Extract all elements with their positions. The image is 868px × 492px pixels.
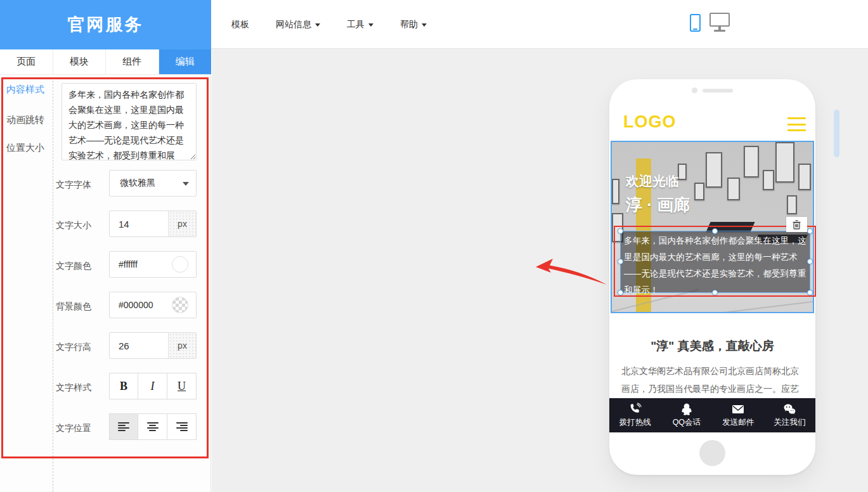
line-height-control: 26 px: [109, 332, 197, 359]
top-menu: 模板 网站信息 工具 帮助: [231, 0, 427, 49]
text-color-label: 文字颜色: [56, 261, 105, 272]
smartphone-icon[interactable]: [690, 14, 701, 32]
line-height-unit: px: [168, 333, 196, 358]
selected-text-block[interactable]: 多年来，国内各种名家创作都会聚集在这里，这里是国内最大的艺术画廊，这里的每一种艺…: [620, 231, 810, 293]
text-style-label: 文字样式: [56, 382, 105, 394]
wechat-icon: [783, 403, 796, 415]
align-right-button[interactable]: [167, 413, 197, 440]
underline-button[interactable]: U: [167, 373, 197, 399]
trash-icon: [793, 220, 801, 230]
line-height-label: 文字行高: [56, 342, 105, 353]
bottom-bar-follow[interactable]: 关注我们: [764, 398, 815, 432]
gallery-frame: [744, 146, 759, 178]
menu-tools[interactable]: 工具: [347, 19, 373, 30]
gallery-frame: [798, 164, 811, 190]
font-size-unit: px: [168, 211, 196, 236]
font-family-label: 文字字体: [56, 179, 105, 191]
font-size-label: 文字大小: [56, 220, 105, 231]
resize-handle[interactable]: [712, 290, 718, 295]
tab-components[interactable]: 组件: [106, 49, 159, 74]
resize-handle[interactable]: [618, 228, 623, 234]
text-style-group: B I U: [109, 373, 197, 399]
gallery-frame: [787, 195, 797, 214]
text-color-control: #ffffff: [109, 251, 197, 278]
resize-handle[interactable]: [807, 290, 813, 295]
align-center-button[interactable]: [138, 413, 167, 440]
font-size-control: 14 px: [109, 210, 197, 237]
app-title: 官网服务: [0, 0, 211, 49]
bg-color-swatch[interactable]: [172, 297, 188, 313]
bottom-bar-qq[interactable]: QQ会话: [661, 398, 712, 432]
tab-modules[interactable]: 模块: [53, 49, 107, 74]
device-toggle: [690, 13, 730, 32]
bottom-bar-label: QQ会话: [673, 417, 701, 428]
line-height-input[interactable]: 26: [110, 340, 168, 351]
bottom-bar-call[interactable]: 拨打热线: [609, 398, 661, 432]
text-color-input[interactable]: #ffffff: [119, 259, 172, 269]
gallery-frame: [706, 152, 722, 188]
top-toolbar: 模板 网站信息 工具 帮助: [211, 0, 868, 49]
phone-icon: [629, 403, 642, 415]
gallery-frame: [775, 142, 794, 183]
edit-panel: 内容样式 动画跳转 位置大小 多年来，国内各种名家创作都会聚集在这里，这里是国内…: [0, 75, 211, 492]
section-heading: "淳" 真美感，直敲心房: [609, 338, 815, 354]
chevron-down-icon: [183, 182, 189, 186]
menu-help[interactable]: 帮助: [400, 19, 427, 30]
panel-divider: [53, 77, 53, 492]
preview-scrollbar-thumb[interactable]: [834, 110, 839, 157]
floor-seam: [689, 300, 814, 313]
phone-speaker-bar: [703, 89, 733, 93]
chevron-down-icon: [422, 23, 427, 27]
sidebar: 官网服务 页面 模块 组件 编辑 内容样式 动画跳转 位置大小 多年来，国内各种…: [0, 0, 211, 492]
text-color-swatch[interactable]: [172, 256, 188, 273]
mobile-site-header: LOGO: [609, 106, 815, 141]
menu-site-info-label: 网站信息: [276, 19, 311, 30]
sidebar-tabs: 页面 模块 组件 编辑: [0, 49, 211, 75]
bottom-bar-label: 拨打热线: [619, 417, 651, 428]
menu-site-info[interactable]: 网站信息: [276, 19, 320, 30]
bg-color-control: #000000: [109, 292, 197, 318]
editor-window: 官网服务 页面 模块 组件 编辑 内容样式 动画跳转 位置大小 多年来，国内各种…: [0, 0, 868, 492]
menu-template-label: 模板: [231, 19, 249, 30]
resize-handle[interactable]: [618, 259, 623, 264]
tab-edit[interactable]: 编辑: [159, 49, 212, 74]
align-left-icon: [118, 422, 129, 432]
delete-block-button[interactable]: [786, 217, 807, 232]
align-right-icon: [176, 422, 188, 432]
hero-welcome-text: 欢迎光临: [626, 172, 679, 190]
resize-handle[interactable]: [618, 290, 623, 295]
resize-handle[interactable]: [807, 259, 813, 264]
gallery-frame: [694, 183, 704, 200]
gallery-frame: [763, 170, 774, 190]
phone-camera-dot: [692, 87, 697, 93]
bold-button[interactable]: B: [109, 373, 138, 399]
mobile-bottom-bar: 拨打热线 QQ会话: [609, 398, 815, 432]
menu-template[interactable]: 模板: [231, 19, 249, 30]
gallery-frame: [727, 178, 740, 200]
content-text-input[interactable]: 多年来，国内各种名家创作都会聚集在这里，这里是国内最大的艺术画廊，这里的每一种艺…: [62, 83, 197, 160]
text-position-label: 文字位置: [56, 423, 105, 434]
bottom-bar-label: 发送邮件: [722, 417, 754, 428]
site-logo[interactable]: LOGO: [623, 112, 677, 132]
gallery-frame: [678, 164, 687, 180]
tab-pages[interactable]: 页面: [0, 49, 53, 74]
highlight-box-text-block: 多年来，国内各种名家创作都会聚集在这里，这里是国内最大的艺术画廊，这里的每一种艺…: [614, 226, 816, 297]
resize-handle[interactable]: [712, 228, 718, 234]
align-left-button[interactable]: [109, 413, 138, 440]
panel-nav-position-size[interactable]: 位置大小: [6, 142, 51, 154]
italic-button[interactable]: I: [138, 373, 167, 399]
hamburger-menu-icon[interactable]: [787, 117, 806, 131]
menu-tools-label: 工具: [347, 19, 365, 30]
bg-color-label: 背景颜色: [56, 301, 105, 313]
bottom-bar-mail[interactable]: 发送邮件: [713, 398, 764, 432]
panel-nav-content-style[interactable]: 内容样式: [6, 84, 51, 96]
panel-nav-animation-jump[interactable]: 动画跳转: [6, 114, 51, 126]
bg-color-input[interactable]: #000000: [119, 300, 172, 310]
resize-handle[interactable]: [807, 228, 813, 234]
chevron-down-icon: [368, 23, 373, 27]
font-family-select[interactable]: 微软雅黑: [109, 170, 197, 197]
align-center-icon: [147, 422, 159, 432]
monitor-icon[interactable]: [709, 13, 730, 32]
hero-gallery-name: 淳 · 画廊: [626, 194, 690, 216]
font-size-input[interactable]: 14: [110, 219, 168, 230]
